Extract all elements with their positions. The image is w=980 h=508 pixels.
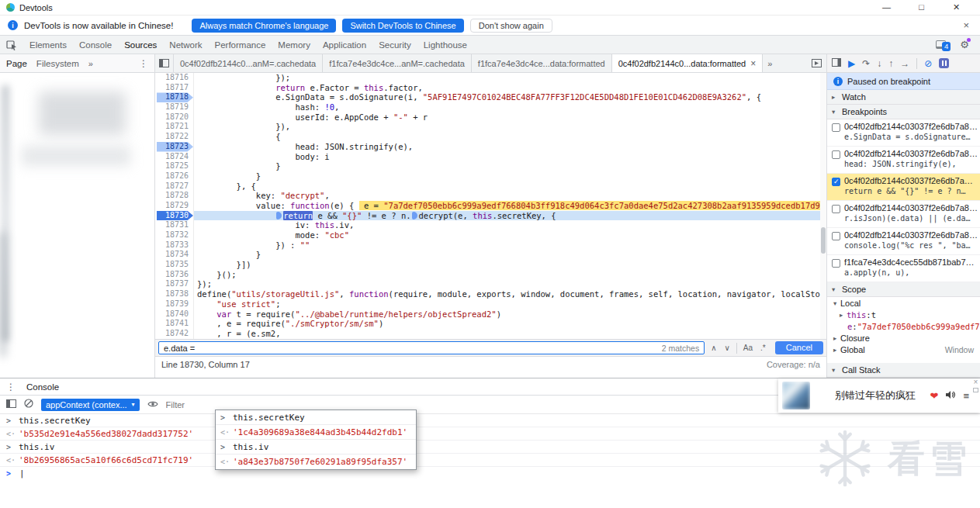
breakpoint-checkbox[interactable] <box>832 123 840 132</box>
line-number-gutter[interactable]: 18723 <box>155 142 194 152</box>
scrollbar-thumb[interactable] <box>821 227 826 254</box>
scope-local-row[interactable]: ▾ Local <box>827 297 980 309</box>
code-line[interactable]: 18725 } <box>155 161 826 171</box>
dont-show-again-button[interactable]: Don't show again <box>470 19 552 33</box>
tab-sources[interactable]: Sources <box>118 36 163 54</box>
line-number[interactable]: 18719 <box>157 102 193 112</box>
resume-script-icon[interactable]: ▶ <box>848 59 855 68</box>
execution-line-flag[interactable]: 18730 <box>157 211 193 221</box>
code-line[interactable]: 18742 , r = (e.sm2, <box>155 329 826 339</box>
line-number-gutter[interactable]: 18730 <box>155 211 194 221</box>
file-tab[interactable]: 0c4f02dfb2144c0...data:formatted× <box>612 54 764 72</box>
search-cancel-button[interactable]: Cancel <box>775 341 823 354</box>
line-number-gutter[interactable]: 18742 <box>155 329 194 339</box>
line-number-gutter[interactable]: 18736 <box>155 270 194 280</box>
breakpoint-item[interactable]: 0c4f02dfb2144c03037f2e6db7a8…e.SignData … <box>827 119 980 147</box>
code-line[interactable]: 18731 iv: this.iv, <box>155 220 826 230</box>
line-number[interactable]: 18739 <box>157 299 193 309</box>
code-line[interactable]: 18738define("utils/storageUtil.js", func… <box>155 289 826 299</box>
search-previous-icon[interactable]: ∧ <box>709 344 718 352</box>
scope-closure-row[interactable]: ▸ Closure <box>827 332 980 344</box>
line-number-gutter[interactable]: 18732 <box>155 230 194 240</box>
line-number[interactable]: 18737 <box>157 279 193 289</box>
line-number[interactable]: 18721 <box>157 122 193 132</box>
code-line[interactable]: 18737}); <box>155 279 826 289</box>
code-editor[interactable]: 18716 });18717 return e.Factor = this.fa… <box>155 73 826 339</box>
line-number[interactable]: 18734 <box>157 250 193 260</box>
watch-section-header[interactable]: ▸ Watch <box>827 90 980 105</box>
line-number-gutter[interactable]: 18735 <box>155 260 194 270</box>
navigator-more-tabs-icon[interactable]: » <box>88 59 93 68</box>
line-number[interactable]: 18725 <box>157 161 193 171</box>
minimize-button[interactable]: — <box>869 2 904 12</box>
code-line[interactable]: 18734 } <box>155 250 826 260</box>
line-number[interactable]: 18716 <box>157 73 193 83</box>
code-line[interactable]: 18720 userId: e.AppCode + "-" + r <box>155 112 826 123</box>
code-line[interactable]: 18718 e.SignData = s.doSignature(i, "5AF… <box>155 92 826 102</box>
playlist-icon[interactable]: ≡ <box>963 390 969 402</box>
open-file-icon[interactable] <box>812 54 826 72</box>
step-over-icon[interactable]: ↷ <box>862 59 870 68</box>
code-line[interactable]: 18727 }, { <box>155 181 826 192</box>
call-stack-section-header[interactable]: ▾ Call Stack <box>827 363 980 378</box>
console-sidebar-icon[interactable] <box>6 399 16 410</box>
console-prompt[interactable]: >| <box>0 467 980 480</box>
code-line[interactable]: 18724 body: i <box>155 152 826 162</box>
scope-this-row[interactable]: ▸ this t <box>827 309 980 320</box>
code-line[interactable]: 18732 mode: "cbc" <box>155 230 826 240</box>
inline-breakpoint-marker[interactable] <box>412 212 417 219</box>
tab-elements[interactable]: Elements <box>23 36 73 54</box>
line-number[interactable]: 18720 <box>157 112 193 123</box>
line-number-gutter[interactable]: 18733 <box>155 240 194 251</box>
line-number[interactable]: 18740 <box>157 309 193 320</box>
line-number-gutter[interactable]: 18738 <box>155 289 194 299</box>
line-number-gutter[interactable]: 18718 <box>155 92 194 102</box>
close-button[interactable]: ✕ <box>939 2 974 12</box>
breakpoint-item[interactable]: 0c4f02dfb2144c03037f2e6db7a8…r.isJson)(e… <box>827 201 980 228</box>
breakpoint-item[interactable]: 0c4f02dfb2144c03037f2e6db7a8…console.log… <box>827 228 980 255</box>
navigator-tab-page[interactable]: Page <box>6 59 27 68</box>
line-number[interactable]: 18724 <box>157 152 193 162</box>
line-number[interactable]: 18727 <box>157 181 193 192</box>
tab-performance[interactable]: Performance <box>209 36 272 54</box>
breakpoint-item[interactable]: 0c4f02dfb2144c03037f2e6db7a8…head: JSON.… <box>827 147 980 174</box>
line-number-gutter[interactable]: 18734 <box>155 250 194 260</box>
inspect-icon[interactable] <box>5 38 19 52</box>
line-number[interactable]: 18728 <box>157 191 193 201</box>
match-case-toggle[interactable]: Aa <box>742 344 754 352</box>
tab-console[interactable]: Console <box>73 36 118 54</box>
line-number[interactable]: 18732 <box>157 230 193 240</box>
line-number[interactable]: 18735 <box>157 260 193 270</box>
breakpoints-section-header[interactable]: ▾ Breakpoints <box>827 105 980 119</box>
search-input[interactable] <box>164 344 657 353</box>
code-line[interactable]: 18736 }(); <box>155 270 826 280</box>
line-number[interactable]: 18729 <box>157 201 193 211</box>
close-tab-icon[interactable]: × <box>750 58 756 69</box>
volume-icon[interactable] <box>945 390 956 402</box>
line-number-gutter[interactable]: 18724 <box>155 152 194 162</box>
breakpoint-flag[interactable]: 18723 <box>157 142 193 152</box>
tab-network[interactable]: Network <box>163 36 208 54</box>
code-line[interactable]: 18730 return e && "{}" != e ? n.decrypt(… <box>155 211 826 221</box>
overflow-tabs-icon[interactable]: » <box>763 54 777 72</box>
code-line[interactable]: 18726 } <box>155 171 826 181</box>
tab-security[interactable]: Security <box>372 36 417 54</box>
line-number[interactable]: 18741 <box>157 319 193 329</box>
code-line[interactable]: 18741 , e = require("./smCryptor/sm/sm") <box>155 319 826 329</box>
maximize-button[interactable]: □ <box>904 2 939 12</box>
line-number-gutter[interactable]: 18721 <box>155 122 194 132</box>
deactivate-breakpoints-icon[interactable]: ⊘ <box>924 59 932 68</box>
javascript-context-selector[interactable]: appContext (contex... ▾ <box>41 399 140 411</box>
toggle-navigator-icon[interactable] <box>155 54 174 72</box>
widget-popout-icon[interactable] <box>973 388 978 392</box>
file-tab[interactable]: 0c4f02dfb2144c0...anM=.cachedata <box>174 54 323 72</box>
line-number-gutter[interactable]: 18729 <box>155 201 194 211</box>
line-number-gutter[interactable]: 18737 <box>155 279 194 289</box>
line-number[interactable]: 18742 <box>157 329 193 339</box>
regex-toggle[interactable]: .* <box>759 344 767 352</box>
line-number[interactable]: 18726 <box>157 171 193 181</box>
switch-to-chinese-button[interactable]: Switch DevTools to Chinese <box>342 19 463 33</box>
search-next-icon[interactable]: ∨ <box>723 344 732 352</box>
tab-lighthouse[interactable]: Lighthouse <box>417 36 473 54</box>
breakpoint-checkbox[interactable] <box>832 150 840 159</box>
